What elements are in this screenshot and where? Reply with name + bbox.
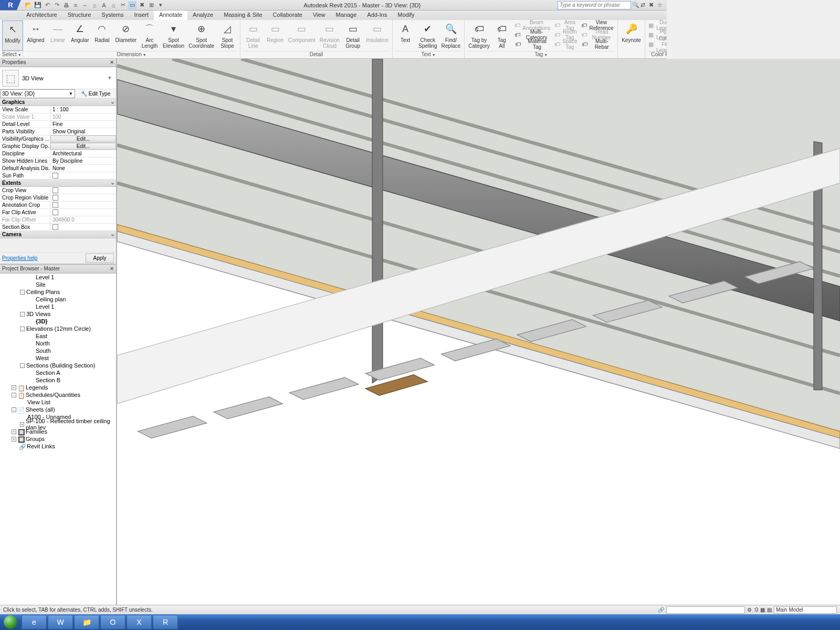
tab-annotate[interactable]: Annotate	[154, 10, 187, 20]
project-browser-tree[interactable]: Level 1Site-Ceiling PlansCeiling planLev…	[0, 274, 116, 500]
tag-tread-number-button[interactable]: 🏷 Tread Number	[580, 30, 615, 39]
checkbox[interactable]	[52, 173, 58, 178]
tab-collaborate[interactable]: Collaborate	[268, 10, 308, 20]
browser-node[interactable]: -Sections (Building Section)	[0, 362, 116, 369]
expand-icon[interactable]: -	[20, 312, 25, 317]
tag-material-tag-button[interactable]: 🏷 Material Tag	[513, 39, 552, 49]
favorite-icon[interactable]: ☆	[657, 2, 665, 9]
subscription-icon[interactable]: ⇄	[640, 2, 648, 9]
default3d-icon[interactable]: ⌂	[109, 1, 118, 9]
checkbox[interactable]	[52, 224, 58, 230]
browser-node[interactable]: West	[0, 354, 116, 362]
prop-value[interactable]: Show Original	[50, 128, 116, 135]
prop-group-graphics[interactable]: Graphics⌵	[0, 99, 116, 106]
prop-value[interactable]: By Discipline	[50, 158, 116, 164]
dim-spot-button[interactable]: ⊕ SpotCoordinate	[187, 20, 216, 50]
checkbox[interactable]	[52, 209, 58, 215]
checkbox[interactable]	[52, 202, 58, 208]
dim-linear-button[interactable]: ― Linear	[47, 20, 68, 50]
detail-revision-button[interactable]: ▭ RevisionCloud	[318, 20, 341, 50]
checkbox[interactable]	[52, 187, 58, 193]
dim-icon[interactable]: ↔	[81, 1, 89, 9]
tab-manage[interactable]: Manage	[331, 10, 362, 20]
close-inactive-icon[interactable]: ✖	[138, 1, 146, 9]
browser-node[interactable]: Section B	[0, 376, 116, 384]
tab-modify[interactable]: Modify	[392, 10, 419, 20]
tab-massing[interactable]: Massing & Site	[218, 10, 267, 20]
search-input[interactable]	[558, 1, 631, 9]
prop-group-camera[interactable]: Camera⌵	[0, 231, 116, 238]
detail-region-button[interactable]: ▭ Region	[265, 20, 286, 50]
detail-component-button[interactable]: ▭ Component	[287, 20, 317, 50]
tag-beam-annotations-button[interactable]: 🏷 Beam Annotations	[513, 20, 552, 30]
expand-icon[interactable]: -	[20, 290, 25, 295]
panel-tag-caption[interactable]: Tag▼	[467, 51, 615, 58]
save-icon[interactable]: 💾	[34, 1, 42, 9]
text-find/-button[interactable]: 🔍 Find/Replace	[440, 20, 463, 50]
dim-diameter-button[interactable]: ⊘ Diameter	[113, 20, 138, 50]
expand-icon[interactable]: +	[12, 437, 16, 442]
expand-icon[interactable]: -	[20, 327, 25, 331]
open-icon[interactable]: 📂	[24, 1, 33, 9]
section-icon[interactable]: ✂	[119, 1, 127, 9]
browser-node[interactable]: East	[0, 332, 116, 340]
browser-node[interactable]: North	[0, 340, 116, 347]
browser-node[interactable]: 🔗Revit Links	[0, 443, 116, 450]
expand-icon[interactable]: +	[12, 385, 16, 390]
text-check-button[interactable]: ✔ CheckSpelling	[417, 20, 439, 50]
tag-tag by-button[interactable]: 🏷 Tag byCategory	[467, 20, 491, 50]
browser-node[interactable]: Section A	[0, 369, 116, 376]
tag-space-tag-button[interactable]: 🏷 Space Tag	[553, 39, 579, 49]
type-dropdown[interactable]: ▼	[108, 76, 114, 80]
browser-node[interactable]: +📋Legends	[0, 384, 116, 391]
prop-value[interactable]: 304800.0	[50, 216, 116, 223]
browser-node[interactable]: Level 1	[0, 303, 116, 310]
browser-node[interactable]: -📋Schedules/Quantities	[0, 391, 116, 398]
text-text-button[interactable]: A Text	[395, 20, 416, 50]
dim-angular-button[interactable]: ∠ Angular	[69, 20, 90, 50]
measure-icon[interactable]: ≡	[71, 1, 80, 9]
tab-systems[interactable]: Systems	[96, 10, 129, 20]
prop-value[interactable]: 100	[50, 113, 116, 120]
prop-value[interactable]: Fine	[50, 121, 116, 128]
thinlines-icon[interactable]: ▭	[128, 1, 136, 9]
keynote-button[interactable]: 🔑 Keynote	[620, 20, 643, 50]
app-menu-button[interactable]: R	[0, 0, 21, 10]
tab-analyze[interactable]: Analyze	[187, 10, 218, 20]
print-icon[interactable]: 🖶	[62, 1, 70, 9]
browser-node[interactable]: -Elevations (12mm Circle)	[0, 325, 116, 332]
edit-type-button[interactable]: 🔧 Edit Type	[75, 89, 116, 98]
prop-value[interactable]: None	[50, 165, 116, 172]
panel-text-caption[interactable]: Text▼	[395, 51, 462, 58]
browser-node[interactable]: -📄Sheets (all)	[0, 406, 116, 413]
search-icon[interactable]: 🔍	[632, 2, 639, 9]
browser-node[interactable]: South	[0, 347, 116, 354]
panel-dimension-caption[interactable]: Dimension▼	[25, 51, 238, 58]
dim-radial-button[interactable]: ◠ Radial	[91, 20, 112, 50]
dim-spot-button[interactable]: ◿ SpotSlope	[217, 20, 238, 50]
prop-value[interactable]: 1 : 100	[50, 106, 116, 113]
checkbox[interactable]	[52, 195, 58, 201]
dim-arc-button[interactable]: ⌒ ArcLength	[139, 20, 160, 50]
detail-detail-button[interactable]: ▭ DetailGroup	[342, 20, 363, 50]
detail-detail-button[interactable]: ▭ DetailLine	[243, 20, 264, 50]
instance-selector[interactable]: 3D View: {3D}▼	[0, 89, 75, 98]
close-icon[interactable]: ✕	[110, 59, 114, 66]
apply-button[interactable]: Apply	[86, 254, 114, 263]
tab-view[interactable]: View	[308, 10, 331, 20]
expand-icon[interactable]: +	[20, 422, 24, 427]
expand-icon[interactable]: -	[12, 393, 16, 397]
prop-group-extents[interactable]: Extents⌵	[0, 180, 116, 187]
undo-icon[interactable]: ↶	[43, 1, 51, 9]
dim-aligned-button[interactable]: ↔ Aligned	[25, 20, 46, 50]
tag-tag-button[interactable]: 🏷 TagAll	[491, 20, 512, 50]
modify-button[interactable]: ↖ Modify	[2, 20, 23, 51]
browser-node[interactable]: Level 1	[0, 274, 116, 281]
expand-icon[interactable]: +	[12, 429, 16, 434]
prop-edit-button[interactable]: Edit...	[50, 135, 116, 142]
browser-node[interactable]: View List	[0, 398, 116, 406]
text-qat-icon[interactable]: A	[100, 1, 108, 9]
prop-edit-button[interactable]: Edit...	[50, 143, 116, 150]
browser-node[interactable]: +🔲Groups	[0, 435, 116, 443]
3d-viewport[interactable]: 1 : 100 ▥ ☀ ◐ ✦ ▣ ◫ 👁 ⊘ ⊕ ◎ ⊞ 🔒	[117, 59, 667, 500]
